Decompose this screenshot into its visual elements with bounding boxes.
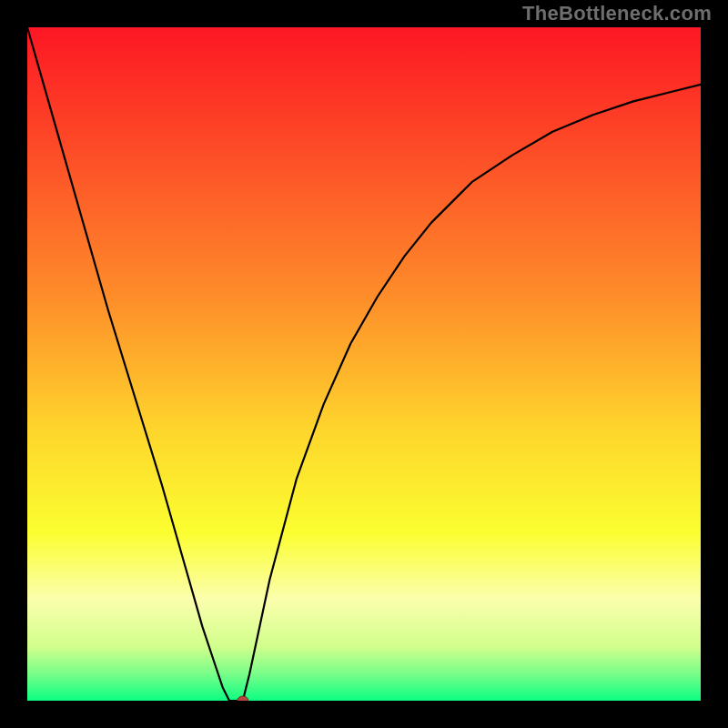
plot-area xyxy=(27,27,701,701)
gradient-background xyxy=(27,27,701,701)
chart-frame: TheBottleneck.com xyxy=(0,0,728,728)
watermark-text: TheBottleneck.com xyxy=(522,2,712,25)
chart-svg xyxy=(27,27,701,701)
